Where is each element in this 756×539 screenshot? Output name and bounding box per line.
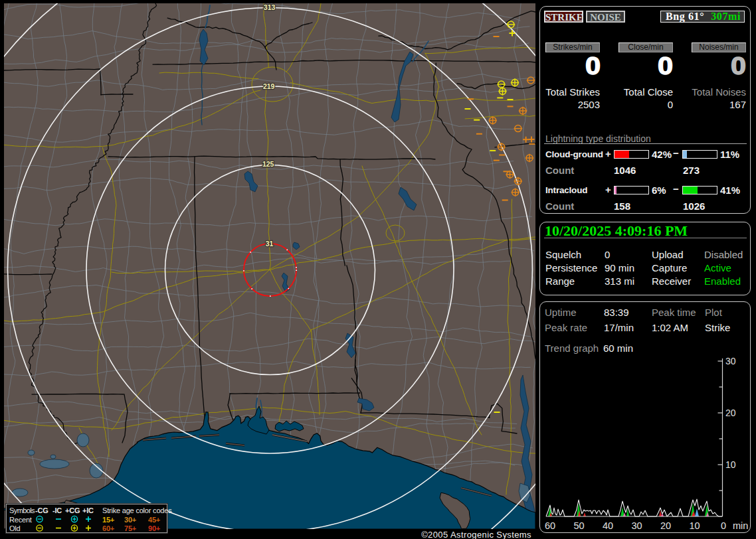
svg-text:0: 0 <box>721 520 726 531</box>
svg-text:10: 10 <box>689 520 700 531</box>
svg-text:30: 30 <box>631 520 642 531</box>
svg-text:30: 30 <box>725 356 736 366</box>
svg-text:31: 31 <box>266 240 274 248</box>
svg-text:40: 40 <box>603 520 613 531</box>
svg-text:219: 219 <box>263 82 275 90</box>
svg-text:20: 20 <box>725 408 736 418</box>
svg-text:50: 50 <box>573 520 584 531</box>
svg-text:60: 60 <box>545 520 555 531</box>
svg-text:313: 313 <box>264 3 276 11</box>
svg-text:20: 20 <box>660 520 671 531</box>
svg-text:125: 125 <box>262 160 274 168</box>
svg-text:10: 10 <box>725 459 736 470</box>
svg-text:min: min <box>733 520 748 531</box>
